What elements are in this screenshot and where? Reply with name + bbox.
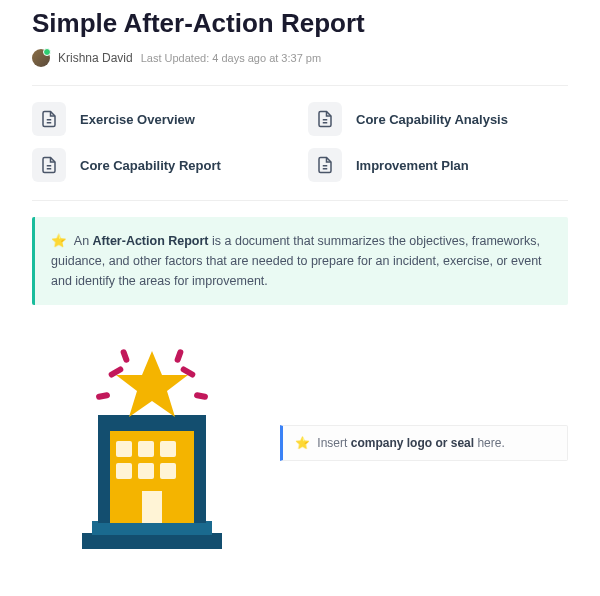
svg-rect-27 (194, 392, 209, 400)
insert-prefix: Insert (317, 436, 350, 450)
svg-rect-15 (138, 463, 154, 479)
svg-rect-20 (194, 429, 206, 523)
last-updated: Last Updated: 4 days ago at 3:37 pm (141, 52, 321, 64)
svg-rect-12 (138, 441, 154, 457)
svg-rect-18 (98, 415, 206, 431)
nav-label: Exercise Overview (80, 112, 195, 127)
star-icon: ⭐ (51, 231, 67, 251)
svg-rect-11 (116, 441, 132, 457)
author-name[interactable]: Krishna David (58, 51, 133, 65)
author-avatar[interactable] (32, 49, 50, 67)
meta-row: Krishna David Last Updated: 4 days ago a… (32, 49, 568, 67)
divider (32, 85, 568, 86)
insert-bold: company logo or seal (351, 436, 474, 450)
media-row: ⭐ Insert company logo or seal here. (32, 333, 568, 553)
page-title: Simple After-Action Report (32, 8, 568, 39)
svg-rect-25 (174, 348, 184, 363)
svg-rect-8 (82, 533, 222, 549)
svg-rect-19 (98, 429, 110, 523)
svg-rect-17 (142, 491, 162, 523)
nav-item-exercise-overview[interactable]: Exercise Overview (32, 102, 292, 136)
nav-item-core-capability-report[interactable]: Core Capability Report (32, 148, 292, 182)
callout-text-prefix: An (74, 234, 93, 248)
divider (32, 200, 568, 201)
insert-suffix: here. (474, 436, 505, 450)
callout-bold: After-Action Report (93, 234, 209, 248)
insert-logo-callout[interactable]: ⭐ Insert company logo or seal here. (280, 425, 568, 461)
document-icon (32, 148, 66, 182)
document-icon (32, 102, 66, 136)
svg-rect-13 (160, 441, 176, 457)
nav-item-core-capability-analysis[interactable]: Core Capability Analysis (308, 102, 568, 136)
building-illustration (52, 333, 252, 553)
svg-rect-24 (120, 348, 130, 363)
document-icon (308, 102, 342, 136)
callout-info: ⭐ An After-Action Report is a document t… (32, 217, 568, 305)
nav-label: Core Capability Analysis (356, 112, 508, 127)
nav-label: Core Capability Report (80, 158, 221, 173)
nav-item-improvement-plan[interactable]: Improvement Plan (308, 148, 568, 182)
svg-rect-9 (92, 521, 212, 535)
svg-rect-16 (160, 463, 176, 479)
svg-rect-14 (116, 463, 132, 479)
nav-label: Improvement Plan (356, 158, 469, 173)
star-icon: ⭐ (295, 436, 310, 450)
svg-rect-26 (96, 392, 111, 400)
nav-grid: Exercise Overview Core Capability Analys… (32, 102, 568, 182)
document-icon (308, 148, 342, 182)
